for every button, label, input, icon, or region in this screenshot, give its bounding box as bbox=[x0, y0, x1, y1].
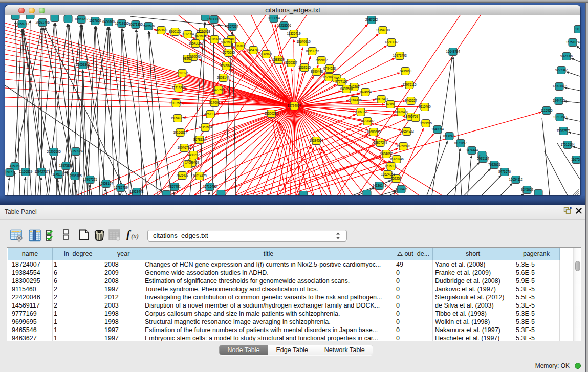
graph-edge-red[interactable] bbox=[5, 30, 294, 106]
graph-edge-black[interactable] bbox=[88, 28, 95, 195]
select-all-icon[interactable] bbox=[46, 229, 57, 243]
graph-node[interactable] bbox=[363, 190, 371, 196]
graph-edge-red[interactable] bbox=[5, 97, 294, 106]
graph-node[interactable] bbox=[534, 190, 542, 196]
graph-node[interactable] bbox=[299, 191, 308, 196]
scrollbar-thumb[interactable] bbox=[575, 261, 580, 271]
table-row[interactable]: 1872400712008Changes of HCN gene express… bbox=[7, 260, 573, 269]
graph-node[interactable] bbox=[162, 191, 170, 196]
graph-edge-black[interactable] bbox=[573, 59, 580, 62]
tab-network-table[interactable]: Network Table bbox=[316, 345, 373, 355]
table-row[interactable]: 977716911998Corpus callosum shape and si… bbox=[7, 310, 573, 318]
graph-node-label: 18524851 bbox=[381, 172, 395, 176]
graph-edge-red[interactable] bbox=[214, 115, 394, 195]
cell-title: Structural magnetic resonance image aver… bbox=[145, 318, 393, 326]
graph-edge-black[interactable] bbox=[500, 185, 511, 195]
graph-edge-black[interactable] bbox=[542, 118, 550, 195]
tab-edge-table[interactable]: Edge Table bbox=[268, 345, 316, 355]
table-row[interactable]: 1938455462009Genome-wide association stu… bbox=[7, 269, 573, 277]
graph-node[interactable] bbox=[26, 15, 34, 19]
graph-edge-black[interactable] bbox=[427, 143, 447, 195]
graph-edge-black[interactable] bbox=[545, 151, 568, 195]
graph-edge-red[interactable] bbox=[337, 15, 460, 195]
network-view-window[interactable]: citations_edges.txt 18724007190557132069… bbox=[5, 5, 580, 195]
graph-node-label: 252254 bbox=[391, 177, 402, 180]
graph-edge-black[interactable] bbox=[568, 72, 580, 76]
graph-node[interactable] bbox=[217, 190, 225, 196]
table-row[interactable]: 969969511998Structural magnetic resonanc… bbox=[7, 318, 573, 326]
graph-node-label: 435061 bbox=[10, 164, 20, 168]
graph-node-label: 1117 bbox=[575, 27, 580, 31]
graph-edge-black[interactable] bbox=[22, 31, 26, 172]
graph-edge-black[interactable] bbox=[574, 147, 580, 149]
graph-edge-black[interactable] bbox=[225, 34, 232, 195]
table-row[interactable]: 1830029562008Estimation of significance … bbox=[7, 277, 573, 285]
graph-edge-black[interactable] bbox=[8, 180, 9, 195]
float-panel-icon[interactable] bbox=[563, 207, 572, 215]
graph-edge-black[interactable] bbox=[122, 31, 129, 195]
network-window-titlebar[interactable]: citations_edges.txt bbox=[5, 5, 580, 15]
graph-node-label: 2935114 bbox=[477, 157, 489, 160]
graph-edge-black[interactable] bbox=[81, 27, 84, 195]
table-selector-dropdown[interactable]: citations_edges.txt bbox=[147, 230, 347, 242]
graph-edge-black[interactable] bbox=[89, 187, 90, 195]
new-column-icon[interactable] bbox=[79, 229, 90, 243]
column-header-title[interactable]: title bbox=[143, 248, 394, 260]
table-panel-close-icon[interactable] bbox=[575, 207, 582, 214]
graph-edge-black[interactable] bbox=[567, 88, 580, 91]
graph-edge-black[interactable] bbox=[455, 150, 460, 195]
graph-edge-black[interactable] bbox=[105, 191, 105, 195]
table-row[interactable]: 2242004622012Investigating the contribut… bbox=[7, 293, 573, 301]
cell-title: Corpus callosum shape and size in male p… bbox=[145, 310, 393, 318]
graph-edge-red[interactable] bbox=[5, 54, 294, 106]
table-row[interactable]: 911546021997Tourette syndrome. Phenomeno… bbox=[7, 285, 573, 293]
network-canvas[interactable]: 1872400719055713206914061065328715276026… bbox=[5, 15, 580, 195]
graph-node-label: 14136141 bbox=[372, 184, 386, 187]
graph-edge-black[interactable] bbox=[123, 31, 148, 195]
cell-year: 1997 bbox=[104, 334, 142, 341]
graph-edge-black[interactable] bbox=[447, 164, 478, 195]
graph-edge-black[interactable] bbox=[24, 179, 25, 195]
graph-edge-black[interactable] bbox=[14, 173, 15, 195]
graph-edge-red[interactable] bbox=[5, 106, 294, 107]
column-header-in_degree[interactable]: in_degree bbox=[53, 248, 104, 260]
graph-edge-black[interactable] bbox=[49, 159, 53, 195]
graph-node-label: 10653287 bbox=[74, 17, 89, 21]
column-header-pagerank[interactable]: pagerank bbox=[513, 248, 560, 260]
graph-node-label: 1244415 bbox=[553, 99, 565, 102]
graph-node-label: 19054925 bbox=[170, 116, 185, 120]
delete-column-icon[interactable] bbox=[94, 229, 105, 243]
column-header-short[interactable]: short bbox=[433, 248, 513, 260]
graph-node[interactable] bbox=[51, 15, 59, 22]
graph-edge-black[interactable] bbox=[571, 133, 580, 135]
graph-edge-black[interactable] bbox=[95, 28, 100, 195]
graph-edge-red[interactable] bbox=[286, 162, 389, 195]
graph-node-label: 2718176 bbox=[176, 71, 188, 75]
column-header-out_de[interactable]: out_de... bbox=[394, 248, 433, 260]
table-row[interactable]: 946362711997Embryonic stem cells: a mode… bbox=[7, 334, 573, 341]
graph-node[interactable] bbox=[11, 15, 19, 20]
graph-edge-black[interactable] bbox=[68, 26, 69, 195]
graph-edge-black[interactable] bbox=[567, 119, 580, 121]
column-visibility-icon[interactable] bbox=[29, 229, 41, 244]
unselect-all-icon[interactable] bbox=[63, 229, 69, 242]
table-row[interactable]: 946554611997Estimation of the future num… bbox=[7, 326, 573, 334]
graph-node-label: 9684067 bbox=[380, 152, 393, 156]
table-settings-icon[interactable] bbox=[10, 229, 23, 244]
column-header-name[interactable]: name bbox=[8, 248, 53, 260]
function-builder-icon[interactable]: f (x) bbox=[126, 230, 142, 243]
graph-edge-black[interactable] bbox=[136, 32, 143, 195]
graph-edge-black[interactable] bbox=[40, 179, 41, 195]
column-header-year[interactable]: year bbox=[104, 248, 144, 260]
tab-node-table[interactable]: Node Table bbox=[220, 345, 268, 355]
graph-edge-black[interactable] bbox=[74, 183, 74, 195]
graph-edge-black[interactable] bbox=[566, 101, 580, 103]
table-vertical-scrollbar[interactable] bbox=[573, 248, 581, 341]
graph-edge-black[interactable] bbox=[137, 32, 162, 195]
graph-edge-red[interactable] bbox=[294, 50, 302, 106]
graph-edge-black[interactable] bbox=[379, 191, 395, 195]
graph-node[interactable] bbox=[64, 15, 72, 23]
table-row[interactable]: 1456911722003Disruption of a novel membe… bbox=[7, 301, 573, 310]
graph-edge-black[interactable] bbox=[482, 177, 499, 195]
graph-edge-black[interactable] bbox=[64, 173, 66, 195]
